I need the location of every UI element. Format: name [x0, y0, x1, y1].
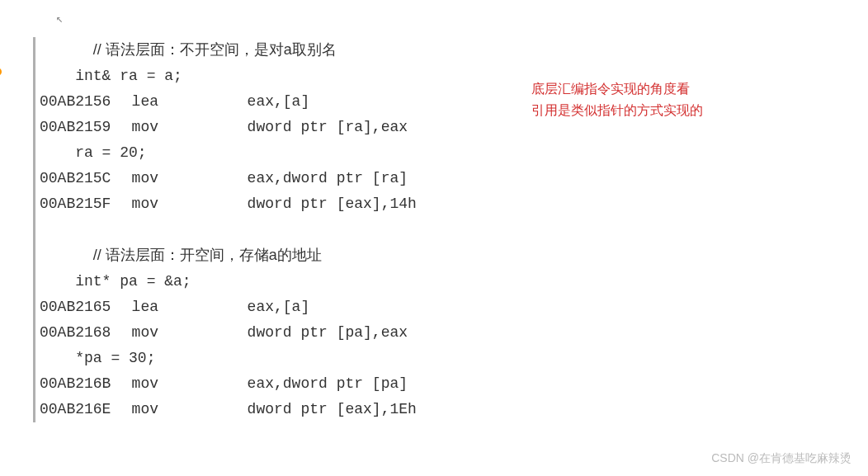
disassembly-view: // 语法层面：不开空间，是对a取别名 int& ra = a; 00AB215… — [33, 37, 417, 422]
operands: eax,[a] — [248, 299, 310, 315]
address: 00AB215C — [40, 166, 114, 191]
source-comment: // 语法层面：不开空间，是对a取别名 — [40, 37, 417, 64]
asm-line: 00AB215C moveax,dword ptr [ra] — [40, 166, 417, 191]
address: 00AB2168 — [40, 320, 114, 346]
asm-line: 00AB216B moveax,dword ptr [pa] — [40, 371, 417, 397]
asm-line: 00AB216E movdword ptr [eax],1Eh — [40, 397, 417, 422]
source-line: int* pa = &a; — [40, 269, 417, 295]
opcode: mov — [132, 320, 248, 346]
asm-line: 00AB215F movdword ptr [eax],14h — [40, 191, 417, 217]
source-line: ra = 20; — [40, 140, 417, 166]
annotation-line: 底层汇编指令实现的角度看 — [531, 78, 703, 100]
asm-line: 00AB2156 leaeax,[a] — [40, 89, 417, 115]
breakpoint-icon[interactable] — [0, 68, 2, 76]
opcode: mov — [132, 371, 248, 397]
opcode: lea — [132, 89, 248, 115]
operands: dword ptr [ra],eax — [248, 119, 408, 135]
asm-line: 00AB2165 leaeax,[a] — [40, 295, 417, 320]
cursor-icon: ↖ — [56, 12, 63, 26]
address: 00AB2156 — [40, 89, 114, 115]
blank-line — [40, 217, 417, 243]
operands: eax,dword ptr [pa] — [248, 375, 408, 392]
watermark-text: CSDN @在肯德基吃麻辣烫 — [711, 451, 851, 466]
source-comment: // 语法层面：开空间，存储a的地址 — [40, 243, 417, 269]
address: 00AB2159 — [40, 115, 114, 140]
address: 00AB216B — [40, 371, 114, 397]
opcode: mov — [132, 191, 248, 217]
source-line: int& ra = a; — [40, 64, 417, 89]
asm-line: 00AB2168 movdword ptr [pa],eax — [40, 320, 417, 346]
opcode: lea — [132, 295, 248, 320]
source-line: *pa = 30; — [40, 346, 417, 371]
address: 00AB216E — [40, 397, 114, 422]
opcode: mov — [132, 397, 248, 422]
opcode: mov — [132, 166, 248, 191]
operands: dword ptr [pa],eax — [248, 324, 408, 341]
asm-line: 00AB2159 movdword ptr [ra],eax — [40, 115, 417, 140]
operands: dword ptr [eax],1Eh — [248, 401, 417, 417]
operands: eax,[a] — [248, 93, 310, 110]
annotation-line: 引用是类似指针的方式实现的 — [531, 100, 703, 121]
opcode: mov — [132, 115, 248, 140]
address: 00AB215F — [40, 191, 114, 217]
operands: eax,dword ptr [ra] — [248, 170, 408, 186]
address: 00AB2165 — [40, 295, 114, 320]
annotation-text: 底层汇编指令实现的角度看 引用是类似指针的方式实现的 — [531, 78, 703, 121]
operands: dword ptr [eax],14h — [248, 196, 417, 212]
